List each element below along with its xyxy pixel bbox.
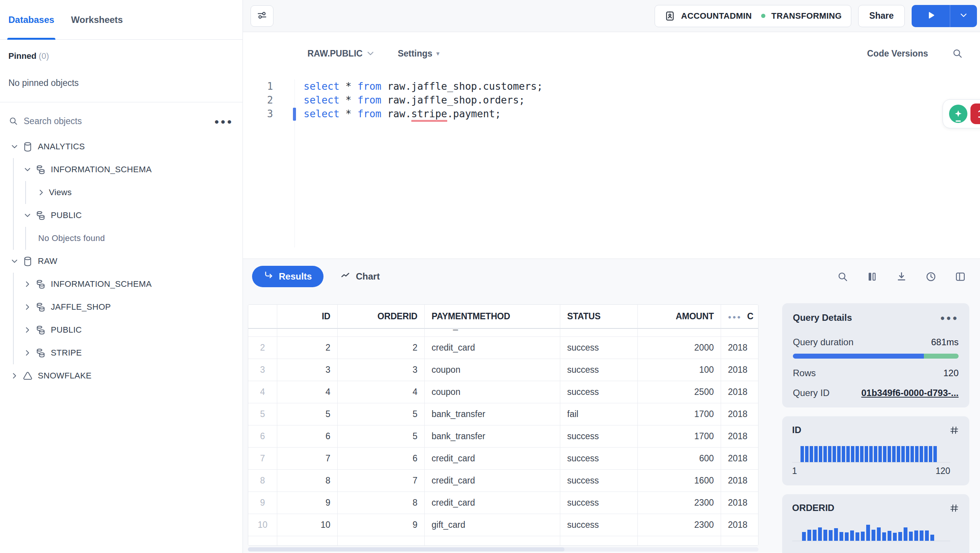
table-cell[interactable]: 2300 <box>638 514 721 536</box>
row-number-cell[interactable]: 2 <box>248 337 277 359</box>
table-cell[interactable]: 6 <box>277 425 338 448</box>
tree-item-views[interactable]: Views <box>0 181 243 204</box>
tab-results[interactable]: Results <box>252 266 323 287</box>
scrollbar-thumb[interactable] <box>248 547 564 551</box>
code-line-2[interactable]: 2select * from raw.jaffle_shop.orders; <box>243 93 980 107</box>
table-cell[interactable]: 4 <box>277 381 338 403</box>
row-number-cell[interactable]: 4 <box>248 381 277 403</box>
run-button[interactable] <box>912 5 950 27</box>
table-cell[interactable]: 2018 <box>721 470 758 492</box>
context-selector-button[interactable]: ACCOUNTADMIN TRANSFORMING <box>655 5 851 27</box>
more-options-icon[interactable]: ●●● <box>214 117 233 125</box>
code-versions-link[interactable]: Code Versions <box>867 49 928 59</box>
column-header-status[interactable]: STATUS <box>560 305 638 329</box>
table-cell[interactable]: 5 <box>338 403 425 425</box>
table-cell[interactable]: 100 <box>638 359 721 381</box>
chevron-right-icon[interactable] <box>23 302 32 312</box>
share-button[interactable]: Share <box>858 5 905 27</box>
grid-icon[interactable] <box>949 425 959 435</box>
table-cell[interactable]: 3 <box>338 359 425 381</box>
table-cell[interactable]: fail <box>560 403 638 425</box>
tab-databases[interactable]: Databases <box>8 0 54 40</box>
column-header-amount[interactable]: AMOUNT <box>638 305 721 329</box>
table-cell[interactable]: 1700 <box>638 425 721 448</box>
row-number-cell[interactable]: 9 <box>248 492 277 514</box>
table-cell[interactable]: bank_transfer <box>425 425 560 448</box>
table-cell[interactable]: 2 <box>277 337 338 359</box>
row-number-cell[interactable]: 1 <box>248 329 277 337</box>
tab-chart[interactable]: Chart <box>340 270 380 283</box>
code-line-3[interactable]: 3select * from raw.stripe.payment; <box>243 107 980 121</box>
table-cell[interactable]: success <box>560 337 638 359</box>
table-cell[interactable]: success <box>560 492 638 514</box>
table-cell[interactable]: 7 <box>338 470 425 492</box>
chevron-right-icon[interactable] <box>23 325 32 335</box>
chevron-right-icon[interactable] <box>23 280 32 289</box>
table-cell[interactable]: success <box>560 381 638 403</box>
search-results-icon[interactable] <box>837 271 849 283</box>
table-cell[interactable]: 2018 <box>721 381 758 403</box>
download-icon[interactable] <box>896 271 907 283</box>
row-number-cell[interactable]: 3 <box>248 359 277 381</box>
column-header-paymentmethod[interactable]: PAYMENTMETHOD <box>425 305 560 329</box>
table-cell[interactable]: 2500 <box>638 381 721 403</box>
horizontal-scrollbar[interactable] <box>248 547 758 551</box>
table-cell[interactable]: 10 <box>277 514 338 536</box>
table-cell[interactable]: coupon <box>425 359 560 381</box>
table-cell[interactable]: 2018 <box>721 329 758 337</box>
chevron-down-icon[interactable] <box>10 257 19 266</box>
table-cell[interactable]: success <box>560 448 638 470</box>
table-cell[interactable]: 2018 <box>721 492 758 514</box>
table-cell[interactable]: 8 <box>277 470 338 492</box>
row-number-cell[interactable]: 10 <box>248 514 277 536</box>
table-cell[interactable]: 3 <box>277 359 338 381</box>
column-header-id[interactable]: ID <box>277 305 338 329</box>
run-options-button[interactable] <box>950 5 977 27</box>
table-cell[interactable]: 1600 <box>638 470 721 492</box>
table-cell[interactable]: credit_card <box>425 470 560 492</box>
table-cell[interactable]: success <box>560 470 638 492</box>
table-cell[interactable]: 2018 <box>721 337 758 359</box>
table-cell[interactable]: 2018 <box>721 425 758 448</box>
table-cell[interactable]: 4 <box>338 381 425 403</box>
table-cell[interactable]: credit_card <box>425 492 560 514</box>
table-cell[interactable]: success <box>560 359 638 381</box>
table-cell[interactable]: 2300 <box>638 492 721 514</box>
column-header-c[interactable]: ●●●C <box>721 305 758 329</box>
editor-search-icon[interactable] <box>952 48 963 59</box>
grid-icon[interactable] <box>949 503 959 513</box>
table-cell[interactable]: bank_transfer <box>425 403 560 425</box>
chevron-down-icon[interactable] <box>10 142 19 151</box>
columns-icon[interactable] <box>866 271 878 283</box>
table-cell[interactable]: 8 <box>338 492 425 514</box>
code-area[interactable]: 1select * from raw.jaffle_shop.customers… <box>243 79 980 255</box>
table-cell[interactable]: 1 <box>338 329 425 337</box>
table-cell[interactable]: 2018 <box>721 448 758 470</box>
table-cell[interactable]: 5 <box>338 425 425 448</box>
table-cell[interactable]: 6 <box>338 448 425 470</box>
tree-item-public[interactable]: PUBLIC <box>0 319 243 341</box>
tree-item-information-schema[interactable]: INFORMATION_SCHEMA <box>0 158 243 181</box>
copilot-suggestion-pill[interactable]: 1 <box>943 99 980 128</box>
table-cell[interactable]: 9 <box>277 492 338 514</box>
chevron-right-icon[interactable] <box>10 371 19 380</box>
table-cell[interactable]: 1 <box>277 329 338 337</box>
table-cell[interactable]: success <box>560 425 638 448</box>
table-cell[interactable]: 1700 <box>638 403 721 425</box>
row-number-cell[interactable]: 7 <box>248 448 277 470</box>
worksheet-config-button[interactable] <box>251 5 273 27</box>
row-number-cell[interactable]: 8 <box>248 470 277 492</box>
history-clock-icon[interactable] <box>925 271 937 283</box>
table-cell[interactable]: coupon <box>425 381 560 403</box>
tree-item-information-schema[interactable]: INFORMATION_SCHEMA <box>0 273 243 296</box>
tree-item-public[interactable]: PUBLIC <box>0 204 243 227</box>
table-cell[interactable]: success <box>560 514 638 536</box>
code-line-1[interactable]: 1select * from raw.jaffle_shop.customers… <box>243 79 980 93</box>
row-number-cell[interactable]: 6 <box>248 425 277 448</box>
table-cell[interactable]: gift_card <box>425 514 560 536</box>
table-cell[interactable]: 7 <box>277 448 338 470</box>
column-header-orderid[interactable]: ORDERID <box>338 305 425 329</box>
database-context-dropdown[interactable]: RAW.PUBLIC <box>307 49 375 59</box>
table-cell[interactable]: 2018 <box>721 403 758 425</box>
table-cell[interactable]: 2000 <box>638 337 721 359</box>
